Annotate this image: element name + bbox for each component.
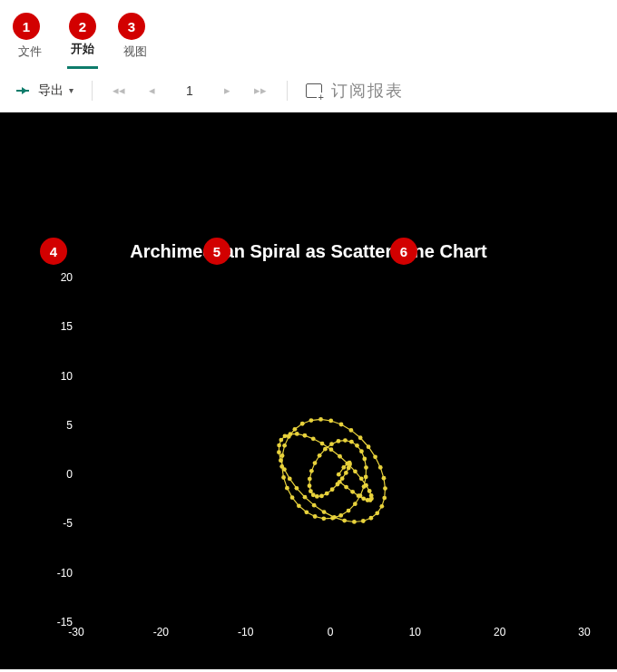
svg-point-57 <box>378 465 383 470</box>
y-tick-label: 20 <box>47 271 73 284</box>
export-label: 导出 <box>38 83 64 99</box>
svg-point-90 <box>367 489 372 493</box>
y-tick-label: -10 <box>47 567 73 579</box>
y-tick-label: 10 <box>47 370 73 383</box>
toolbar: 导出 ▾ ◂◂ ◂ 1 ▸ ▸▸ 订阅报表 <box>0 69 617 112</box>
svg-point-15 <box>308 483 312 488</box>
svg-point-81 <box>303 433 308 438</box>
svg-point-96 <box>357 493 361 498</box>
svg-point-67 <box>332 515 337 520</box>
svg-point-76 <box>277 443 281 448</box>
subscribe-icon <box>306 83 322 98</box>
tab-home[interactable]: 开始 <box>67 34 98 69</box>
svg-point-45 <box>282 443 287 448</box>
badge-5: 5 <box>203 238 230 265</box>
svg-point-21 <box>329 442 334 446</box>
svg-point-65 <box>352 520 357 524</box>
svg-point-74 <box>279 458 283 463</box>
svg-point-17 <box>309 469 314 473</box>
svg-point-27 <box>362 457 367 462</box>
svg-point-61 <box>379 504 384 509</box>
svg-point-9 <box>330 487 335 492</box>
x-tick-label: 20 <box>489 626 511 638</box>
svg-point-68 <box>322 510 327 514</box>
y-tick-label: 5 <box>47 419 73 432</box>
svg-point-6 <box>344 471 348 475</box>
tab-view[interactable]: 视图 <box>120 36 151 69</box>
x-tick-label: -10 <box>235 626 257 638</box>
svg-point-95 <box>361 496 366 501</box>
svg-point-84 <box>329 447 334 452</box>
export-button[interactable]: 导出 ▾ <box>11 79 79 102</box>
svg-point-11 <box>319 494 324 499</box>
export-icon <box>16 84 33 97</box>
svg-point-41 <box>285 486 289 491</box>
svg-point-12 <box>315 494 319 499</box>
svg-point-25 <box>355 443 359 448</box>
svg-point-73 <box>282 467 287 472</box>
tab-file[interactable]: 文件 <box>15 36 45 69</box>
subscribe-button[interactable]: 订阅报表 <box>300 76 409 105</box>
svg-point-85 <box>338 454 342 459</box>
svg-point-99 <box>338 480 342 484</box>
separator <box>287 81 288 101</box>
nav-next-icon[interactable]: ▸ <box>217 83 238 97</box>
svg-point-48 <box>300 422 305 426</box>
svg-point-1 <box>341 465 346 470</box>
svg-point-20 <box>323 447 328 452</box>
svg-point-64 <box>361 519 366 523</box>
y-tick-label: 0 <box>47 468 73 481</box>
svg-point-29 <box>364 475 368 480</box>
svg-point-33 <box>347 509 351 513</box>
svg-point-13 <box>311 492 316 497</box>
svg-point-80 <box>295 432 299 436</box>
svg-point-86 <box>346 462 350 466</box>
plot-svg <box>76 278 584 622</box>
svg-point-89 <box>364 483 368 488</box>
svg-point-50 <box>318 417 323 422</box>
badge-4: 4 <box>40 238 67 265</box>
svg-point-44 <box>280 453 285 458</box>
svg-point-51 <box>328 419 333 424</box>
menu-tabs: 1 2 3 文件 开始 视图 <box>0 0 617 69</box>
svg-point-10 <box>325 492 329 496</box>
svg-point-56 <box>373 454 377 459</box>
svg-point-28 <box>364 465 368 470</box>
svg-point-82 <box>311 436 316 441</box>
x-tick-label: -30 <box>65 626 87 638</box>
svg-point-16 <box>308 477 312 482</box>
svg-point-37 <box>313 514 318 519</box>
svg-point-59 <box>383 486 387 491</box>
svg-point-77 <box>279 438 283 443</box>
nav-first-icon[interactable]: ◂◂ <box>105 83 132 97</box>
nav-last-icon[interactable]: ▸▸ <box>247 83 274 97</box>
svg-point-32 <box>353 502 357 506</box>
svg-point-72 <box>288 477 292 482</box>
svg-point-88 <box>359 476 364 481</box>
svg-point-78 <box>283 433 288 438</box>
svg-point-87 <box>353 469 357 473</box>
svg-point-34 <box>338 513 343 518</box>
svg-point-54 <box>358 435 363 440</box>
svg-point-26 <box>359 449 364 453</box>
svg-point-98 <box>344 485 348 490</box>
chevron-down-icon: ▾ <box>69 85 73 95</box>
nav-prev-icon[interactable]: ◂ <box>142 83 162 97</box>
separator <box>92 81 93 101</box>
svg-point-70 <box>303 495 308 500</box>
svg-point-18 <box>313 461 318 465</box>
svg-point-63 <box>368 516 373 521</box>
x-tick-label: 10 <box>404 626 426 638</box>
x-tick-label: -20 <box>150 626 171 638</box>
svg-point-97 <box>350 490 355 494</box>
svg-point-62 <box>375 511 379 515</box>
svg-point-55 <box>367 444 371 449</box>
svg-point-83 <box>320 442 325 446</box>
svg-point-58 <box>382 476 387 481</box>
svg-point-40 <box>290 495 295 500</box>
x-tick-label: 0 <box>319 626 341 638</box>
scatter-plot: -15-10-505101520 -30-20-100102030 <box>29 278 595 649</box>
svg-point-36 <box>321 516 326 521</box>
svg-point-94 <box>366 498 370 502</box>
x-tick-label: 30 <box>573 626 595 638</box>
